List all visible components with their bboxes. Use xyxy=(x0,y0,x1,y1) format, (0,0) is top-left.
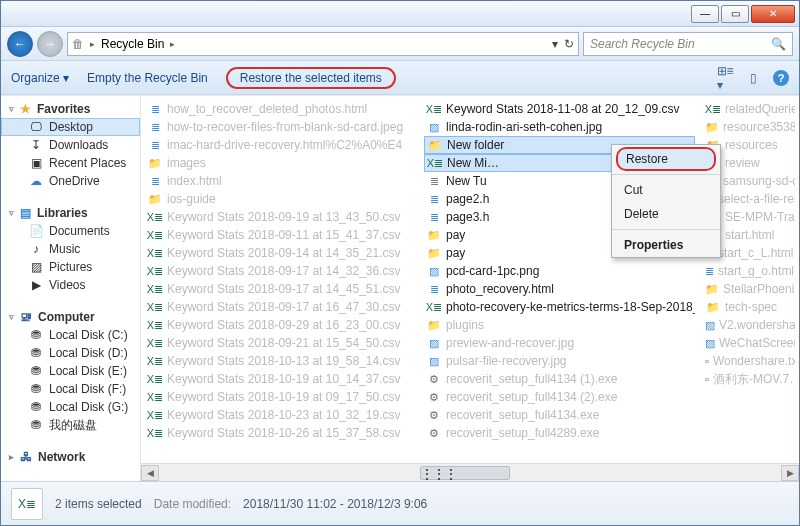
file-label: Keyword Stats 2018-09-19 at 13_43_50.csv xyxy=(167,210,400,224)
file-item[interactable]: ▨pulsar-file-recovery.jpg xyxy=(424,352,695,370)
file-item[interactable]: ≣how_to_recover_deleted_photos.html xyxy=(145,100,416,118)
exe-icon: ⚙ xyxy=(426,408,442,422)
file-item[interactable]: X≣Keyword Stats 2018-09-21 at 15_54_50.c… xyxy=(145,334,416,352)
context-cut[interactable]: Cut xyxy=(612,178,720,202)
file-item[interactable]: X≣Keyword Stats 2018-09-17 at 14_32_36.c… xyxy=(145,262,416,280)
help-button[interactable]: ? xyxy=(773,70,789,86)
file-item[interactable]: X≣Keyword Stats 2018-09-14 at 14_35_21.c… xyxy=(145,244,416,262)
file-item[interactable]: ≣index.html xyxy=(145,172,416,190)
file-item[interactable]: ≣photo_recovery.html xyxy=(424,280,695,298)
excel-icon: X≣ xyxy=(427,156,443,170)
forward-button[interactable]: → xyxy=(37,31,63,57)
file-item[interactable]: X≣Keyword Stats 2018-10-13 at 19_58_14.c… xyxy=(145,352,416,370)
restore-selected-button[interactable]: Restore the selected items xyxy=(226,67,396,89)
chevron-right-icon: ▸ xyxy=(90,39,95,49)
file-label: photo-recovery-ke-metrics-terms-18-Sep-2… xyxy=(446,300,695,314)
sidebar-item-documents[interactable]: 📄Documents xyxy=(1,222,140,240)
sidebar-item-disk-g[interactable]: ⛃Local Disk (G:) xyxy=(1,398,140,416)
search-input[interactable]: Search Recycle Bin 🔍 xyxy=(583,32,793,56)
nav-label: Videos xyxy=(49,278,85,292)
sidebar-item-music[interactable]: ♪Music xyxy=(1,240,140,258)
file-item[interactable]: X≣Keyword Stats 2018-09-29 at 16_23_00.c… xyxy=(145,316,416,334)
file-item[interactable]: X≣Keyword Stats 2018-09-11 at 15_41_37.c… xyxy=(145,226,416,244)
maximize-button[interactable]: ▭ xyxy=(721,5,749,23)
computer-group[interactable]: ▿🖳Computer xyxy=(1,304,140,326)
excel-icon: X≣ xyxy=(147,426,163,440)
sidebar-item-downloads[interactable]: ↧Downloads xyxy=(1,136,140,154)
file-item[interactable]: ▫酒利东-MOV.7… xyxy=(703,370,795,388)
sidebar-item-disk-f[interactable]: ⛃Local Disk (F:) xyxy=(1,380,140,398)
file-item[interactable]: 📁ios-guide xyxy=(145,190,416,208)
file-item[interactable]: X≣Keyword Stats 2018-10-23 at 10_32_19.c… xyxy=(145,406,416,424)
file-item[interactable]: ≣start_g_o.html xyxy=(703,262,795,280)
favorites-group[interactable]: ▿ ★ Favorites xyxy=(1,96,140,118)
file-item[interactable]: ⚙recoverit_setup_full4134 (1).exe xyxy=(424,370,695,388)
context-delete[interactable]: Delete xyxy=(612,202,720,226)
file-item[interactable]: X≣Keyword Stats 2018-09-17 at 14_45_51.c… xyxy=(145,280,416,298)
preview-pane-button[interactable]: ▯ xyxy=(745,70,761,86)
search-icon: 🔍 xyxy=(771,37,786,51)
file-item[interactable]: ▨linda-rodin-ari-seth-cohen.jpg xyxy=(424,118,695,136)
file-item[interactable]: 📁StellarPhoenixWi xyxy=(703,280,795,298)
html-icon: ≣ xyxy=(426,210,442,224)
sidebar-item-onedrive[interactable]: ☁OneDrive xyxy=(1,172,140,190)
file-list[interactable]: ≣how_to_recover_deleted_photos.html≣how-… xyxy=(141,96,799,463)
file-item[interactable]: ≣how-to-recover-files-from-blank-sd-card… xyxy=(145,118,416,136)
breadcrumb-text[interactable]: Recycle Bin xyxy=(101,37,164,51)
file-item[interactable]: 📁tech-spec xyxy=(703,298,795,316)
file-item[interactable]: ⚙recoverit_setup_full4134.exe xyxy=(424,406,695,424)
empty-recycle-bin-button[interactable]: Empty the Recycle Bin xyxy=(87,71,208,85)
explorer-window: — ▭ ✕ ← → 🗑 ▸ Recycle Bin ▸ ▾ ↻ Search R… xyxy=(0,0,800,526)
file-item[interactable]: X≣Keyword Stats 2018-10-19 at 10_14_37.c… xyxy=(145,370,416,388)
file-item[interactable]: X≣relatedQueries.cs xyxy=(703,100,795,118)
file-item[interactable]: ▫Wondershare.tx xyxy=(703,352,795,370)
refresh-button[interactable]: ↻ xyxy=(564,37,574,51)
excel-icon: X≣ xyxy=(147,372,163,386)
organize-menu[interactable]: Organize ▾ xyxy=(11,71,69,85)
view-options-button[interactable]: ⊞≡ ▾ xyxy=(717,70,733,86)
sidebar-item-disk-c[interactable]: ⛃Local Disk (C:) xyxy=(1,326,140,344)
sidebar-item-recent-places[interactable]: ▣Recent Places xyxy=(1,154,140,172)
file-item[interactable]: ≣imac-hard-drive-recovery.html%C2%A0%E4 xyxy=(145,136,416,154)
sidebar-item-pictures[interactable]: ▨Pictures xyxy=(1,258,140,276)
excel-icon: X≣ xyxy=(147,228,163,242)
file-item[interactable]: ⚙recoverit_setup_full4289.exe xyxy=(424,424,695,442)
file-item[interactable]: 📁resource3538_de xyxy=(703,118,795,136)
file-item[interactable]: ▨V2.wondershare xyxy=(703,316,795,334)
file-item[interactable]: 📁images xyxy=(145,154,416,172)
scroll-thumb[interactable]: ⋮⋮⋮ xyxy=(420,466,510,480)
scroll-left-button[interactable]: ◀ xyxy=(141,465,159,481)
file-item[interactable]: ⚙recoverit_setup_full4134 (2).exe xyxy=(424,388,695,406)
scroll-track[interactable]: ⋮⋮⋮ xyxy=(159,465,781,481)
sidebar-item-disk-cn[interactable]: ⛃我的磁盘 xyxy=(1,416,140,434)
file-item[interactable]: ▨preview-and-recover.jpg xyxy=(424,334,695,352)
sidebar-item-disk-e[interactable]: ⛃Local Disk (E:) xyxy=(1,362,140,380)
horizontal-scrollbar[interactable]: ◀ ⋮⋮⋮ ▶ xyxy=(141,463,799,481)
back-button[interactable]: ← xyxy=(7,31,33,57)
context-restore[interactable]: Restore xyxy=(616,147,716,171)
file-label: Keyword Stats 2018-10-23 at 10_32_19.csv xyxy=(167,408,400,422)
file-item[interactable]: X≣photo-recovery-ke-metrics-terms-18-Sep… xyxy=(424,298,695,316)
sidebar-item-desktop[interactable]: 🖵Desktop xyxy=(1,118,140,136)
file-item[interactable]: X≣Keyword Stats 2018-09-19 at 13_43_50.c… xyxy=(145,208,416,226)
scroll-right-button[interactable]: ▶ xyxy=(781,465,799,481)
separator xyxy=(612,174,720,175)
address-dropdown[interactable]: ▾ xyxy=(552,37,558,51)
file-item[interactable]: X≣Keyword Stats 2018-10-19 at 09_17_50.c… xyxy=(145,388,416,406)
file-item[interactable]: X≣Keyword Stats 2018-09-17 at 16_47_30.c… xyxy=(145,298,416,316)
file-item[interactable]: ▨pcd-card-1pc.png xyxy=(424,262,695,280)
date-modified-value: 2018/11/30 11:02 - 2018/12/3 9:06 xyxy=(243,497,427,511)
file-item[interactable]: X≣Keyword Stats 2018-10-26 at 15_37_58.c… xyxy=(145,424,416,442)
address-bar[interactable]: 🗑 ▸ Recycle Bin ▸ ▾ ↻ xyxy=(67,32,579,56)
file-item[interactable]: 📁plugins xyxy=(424,316,695,334)
file-item[interactable]: ▨WeChatScreen xyxy=(703,334,795,352)
file-label: photo_recovery.html xyxy=(446,282,554,296)
context-properties[interactable]: Properties xyxy=(612,233,720,257)
libraries-group[interactable]: ▿▤Libraries xyxy=(1,200,140,222)
sidebar-item-disk-d[interactable]: ⛃Local Disk (D:) xyxy=(1,344,140,362)
file-item[interactable]: X≣Keyword Stats 2018-11-08 at 20_12_09.c… xyxy=(424,100,695,118)
network-group[interactable]: ▸🖧Network xyxy=(1,444,140,466)
sidebar-item-videos[interactable]: ▶Videos xyxy=(1,276,140,294)
close-button[interactable]: ✕ xyxy=(751,5,795,23)
minimize-button[interactable]: — xyxy=(691,5,719,23)
